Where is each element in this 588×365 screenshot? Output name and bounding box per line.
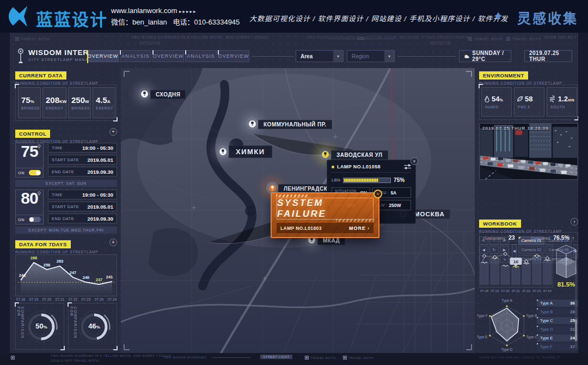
scrollbar-thumb[interactable] (575, 319, 577, 341)
wind-tile: 1.2m/s SOUTH (547, 87, 577, 117)
date-text: 2019.07.25 THUR (529, 50, 567, 62)
close-icon[interactable]: × (373, 190, 382, 198)
collection-title: 灵感收集 (517, 8, 578, 27)
except-bar-2: EXCEPT: MON,TUE,WED,THUR,FRI (15, 227, 117, 234)
end-date-row-2: END DATE2019.09.30 (48, 214, 117, 223)
map-label-zavodskaya[interactable]: ЗАВОДСКАЯ УЛ (331, 150, 388, 160)
legend-type-d[interactable]: Type D31 (537, 326, 578, 333)
svg-text:07.22: 07.22 (69, 297, 78, 301)
lamp-toggle-2[interactable] (29, 217, 41, 222)
svg-text:240: 240 (83, 275, 90, 280)
legend-type-f[interactable]: Type F37 (537, 343, 578, 350)
svg-text:Type A: Type A (501, 299, 513, 303)
outstanding-label: Outstanding: (483, 236, 506, 241)
bottom-strip: TWO ROADS DIVERGED IN A YELLOW WOOD, AND… (0, 353, 588, 365)
map-label-khimki[interactable]: ХИМКИ (229, 145, 272, 158)
close-icon[interactable]: × (411, 157, 418, 165)
tab-overview-1[interactable]: OVERVIEW (87, 50, 119, 62)
comparison-panels: COMPARISON FOR 50% COMPARISON FOR 46% (15, 303, 117, 351)
failure-title-box: SYSTEM FAILURE (277, 198, 373, 220)
decor-travel-both-3: TRAVEL BOTH (506, 37, 541, 41)
decor-travel-both-1: TRAVEL BOTH (15, 37, 50, 41)
week-add-button[interactable]: + (109, 239, 117, 246)
footer-line (212, 357, 250, 358)
right-column: ENVIRONMENT RUNNING CONDITION OF STREETL… (479, 70, 578, 353)
checkbox-icon (15, 37, 19, 41)
droplet-icon (484, 95, 490, 103)
svg-text:07.19: 07.19 (29, 297, 39, 301)
more-link[interactable]: MORE› (349, 226, 370, 231)
compared-value: 76.5% (553, 234, 569, 241)
level-box-80: 80 ON (15, 190, 44, 224)
outstanding-value: 23 (509, 234, 515, 241)
svg-text:07.20: 07.20 (501, 289, 510, 293)
map-marker-zavodskaya[interactable] (319, 148, 331, 160)
chevron-down-icon: ▾ (384, 51, 394, 62)
street-light-badge: STREET LIGHT (260, 355, 292, 359)
except-bar-1: EXCEPT: SAT. SUN (15, 180, 117, 187)
legend-type-c[interactable]: Type C25 (537, 317, 578, 324)
map-marker-khimki[interactable] (217, 145, 229, 157)
website-link[interactable]: www.lanlanwork.com (111, 7, 177, 15)
footer-travel-both-2: TRAVEL BOTH (343, 356, 374, 360)
phone-number: 电话：010-63334945 (173, 18, 240, 26)
legend-type-a[interactable]: Type A36 (537, 300, 578, 307)
radar-chart: Type AType BType CType DType EType F (477, 296, 537, 353)
comparison-gauge-2: COMPARISON FOR 46% (68, 303, 117, 350)
tab-analysis-1[interactable]: ANALYSIS (120, 50, 151, 62)
checkbox-icon (305, 356, 309, 360)
workbook-expand-button[interactable]: › (571, 218, 578, 226)
failure-title: SYSTEM FAILURE (277, 198, 373, 220)
sliders-icon[interactable] (404, 164, 411, 169)
svg-text:07.22: 07.22 (522, 289, 531, 293)
svg-text:241: 241 (106, 275, 113, 279)
region-dropdown[interactable]: Region ▾ (347, 50, 395, 62)
svg-text:07.24: 07.24 (543, 289, 552, 293)
footer-poem-3: SOME DAY AS FAR AS I COULD TO WHERE IT (479, 356, 560, 359)
control-add-button[interactable]: + (109, 128, 117, 136)
svg-text:07.23: 07.23 (532, 289, 541, 293)
lamp-toggle-1[interactable] (29, 170, 41, 175)
briness-tile: 75% BRINESS (18, 87, 41, 118)
chevron-down-icon: ▾ (333, 51, 343, 62)
date-chip: 2019.07.25 THUR (524, 50, 572, 62)
map-label-skhodnya[interactable]: СХОДНЯ (150, 90, 186, 99)
week-data-badge: DATA FOR 7DAYS (15, 240, 71, 248)
briness-tile-2: 250W BRINESS (68, 87, 91, 118)
legend-type-b[interactable]: Type B28 (537, 308, 578, 315)
lbn-label: LBN (332, 178, 340, 182)
legend-type-e[interactable]: Type E24 (537, 334, 578, 342)
tab-overview-3[interactable]: OVERVIEW (218, 50, 249, 62)
lbn-value: 75% (394, 177, 405, 183)
tab-analysis-2[interactable]: ANALYSIS (185, 50, 217, 62)
decor-poem-4: SOME DAY AS FAR AS I COULD TO WHERE IT (544, 35, 576, 39)
level-box-75: 75 ON (15, 143, 44, 178)
map-marker-skhodnya[interactable] (138, 88, 150, 100)
svg-text:258: 258 (44, 263, 51, 267)
area-dropdown[interactable]: Area ▾ (296, 50, 344, 62)
bulb-icon (221, 149, 225, 154)
svg-text:268: 268 (30, 256, 38, 260)
svg-text:Type C: Type C (526, 335, 537, 339)
camera-feed[interactable]: 2019.07.25 THUR 18:26:09 (479, 123, 578, 180)
map-label-kommunalny[interactable]: КОММУНАЛЬНЫЙ ПР. (258, 120, 332, 129)
start-date-row: START DATE2019.05.01 (48, 155, 117, 165)
svg-text:07.24: 07.24 (95, 297, 104, 301)
type-radar-panel: Type AType BType CType DType EType F Typ… (479, 297, 578, 353)
streetlamp-icon (16, 48, 25, 64)
leaf-icon (517, 95, 523, 102)
map-marker-kommunalny[interactable] (246, 118, 258, 130)
city-map[interactable]: СХОДНЯ КОММУНАЛЬНЫЙ ПР. ХИМКИ ЗАВОДСКАЯ … (121, 68, 475, 353)
tab-overview-2[interactable]: OVERVIEW (152, 50, 184, 62)
dashboard: TRAVEL BOTH TWO ROADS DIVERGED IN A YELL… (0, 33, 588, 365)
chevron-right-icon: › (367, 226, 370, 231)
left-column: CURRENT DATA RUNNING CONDITION OF STREET… (15, 70, 117, 353)
wechat-id: 微信：ben_lanlan (111, 18, 167, 26)
time-row: TIME19:00 - 05:30 (48, 143, 117, 153)
vertical-scrollbar[interactable] (575, 267, 577, 349)
week-data-panel: DATA FOR 7DAYS RUNNING CONDITION OF STRE… (15, 239, 117, 254)
bulb-icon (250, 121, 254, 126)
bulb-icon (310, 238, 314, 242)
svg-text:Type B: Type B (526, 314, 537, 318)
control-panel: CONTROL RUNNING CONDITION OF STREETLAMP … (15, 128, 117, 237)
